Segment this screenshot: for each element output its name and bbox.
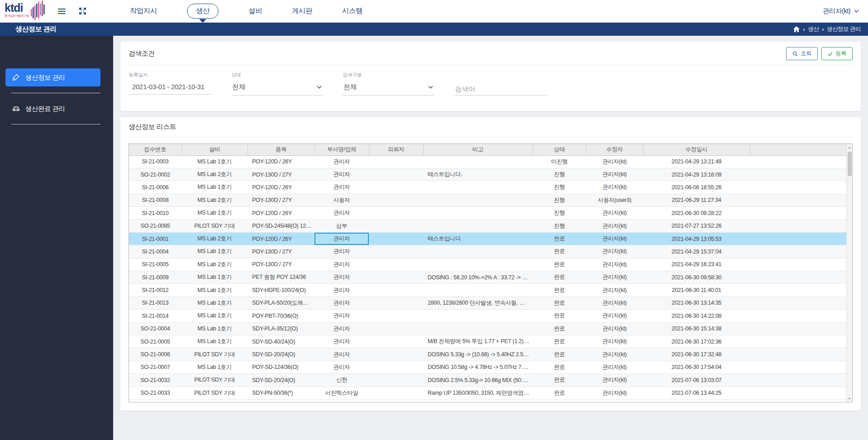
date-range-input[interactable]: 2021-03-01 - 2021-10-31 bbox=[129, 83, 205, 91]
table-cell[interactable]: SDY-SD-20/24(O) bbox=[248, 348, 315, 361]
table-cell[interactable]: SI-21-0001 bbox=[129, 232, 181, 245]
app-logo[interactable]: ktdi 한국섬유개발연구원 bbox=[0, 0, 46, 22]
table-cell[interactable] bbox=[369, 297, 423, 309]
table-cell[interactable]: 관리자(kt) bbox=[586, 361, 643, 373]
table-cell[interactable]: MS Lab 2호기 bbox=[181, 258, 248, 271]
table-row[interactable]: SO-21-0005MS Lab 1호기SDY-SD-40/24(O)관리자M/… bbox=[129, 335, 846, 348]
table-row[interactable]: SO-21-0002MS Lab 2호기POY-130D / 27Y관리자테스트… bbox=[129, 168, 846, 181]
table-cell[interactable]: 완료 bbox=[533, 335, 586, 348]
table-cell[interactable]: 2021-06-29 11:27:34 bbox=[643, 194, 750, 206]
table-cell[interactable]: MS Lab 1호기 bbox=[181, 297, 248, 309]
table-cell[interactable]: 미진행 bbox=[533, 155, 586, 168]
table-cell[interactable] bbox=[369, 207, 423, 220]
table-cell[interactable]: 2021-04-29 16:23:41 bbox=[643, 258, 750, 271]
table-cell[interactable]: SDY-SD-40/24(O) bbox=[248, 335, 315, 348]
table-cell[interactable]: 완료 bbox=[533, 348, 586, 361]
table-cell[interactable]: 2021-07-06 13:03:07 bbox=[643, 374, 750, 387]
table-cell[interactable]: POY-120D / 26Y bbox=[248, 207, 315, 220]
table-cell[interactable]: 완료 bbox=[533, 245, 586, 258]
table-cell[interactable]: SO-21-0032 bbox=[129, 374, 181, 387]
column-header[interactable]: 부서명/업체 bbox=[315, 144, 369, 155]
table-cell[interactable]: MS Lab 2호기 bbox=[181, 232, 248, 245]
table-row[interactable]: SO-21-0085PILOT SDY 기대POY-SD-245/48(O) 1… bbox=[129, 220, 846, 232]
table-cell[interactable]: SI-21-0012 bbox=[129, 284, 181, 297]
table-cell[interactable]: PILOT SDY 기대 bbox=[181, 220, 248, 232]
table-cell[interactable]: 관리자 bbox=[315, 168, 369, 181]
table-cell[interactable]: 사용자(user3) bbox=[586, 194, 643, 206]
table-cell[interactable]: MS Lab 1호기 bbox=[181, 271, 248, 284]
table-cell[interactable]: 진행 bbox=[533, 220, 586, 232]
table-cell[interactable] bbox=[369, 194, 423, 206]
table-cell[interactable]: 진행 bbox=[533, 194, 586, 206]
table-cell[interactable] bbox=[423, 284, 533, 297]
table-cell[interactable]: 관리자 bbox=[315, 322, 369, 335]
table-cell[interactable]: SI-21-0006 bbox=[129, 181, 181, 194]
table-cell[interactable]: POY-130D / 27Y bbox=[248, 168, 315, 181]
table-cell[interactable]: SI-21-0013 bbox=[129, 297, 181, 309]
table-cell[interactable]: 관리자(kt) bbox=[586, 155, 643, 168]
table-cell[interactable]: 2021-06-30 17:02:36 bbox=[643, 335, 750, 348]
nav-item-equipment[interactable]: 설비 bbox=[234, 0, 277, 22]
table-cell[interactable]: 2021-04-29 15:37:04 bbox=[643, 245, 750, 258]
table-cell[interactable]: 관리자(kt) bbox=[586, 374, 643, 387]
table-row[interactable]: SI-21-0009MS Lab 1호기PET 원형 POY 124/36관리자… bbox=[129, 271, 846, 284]
table-cell[interactable]: 2021-06-30 13:14:35 bbox=[643, 297, 750, 309]
table-row[interactable]: SO-21-0032PILOT SDY 기대SDY-SD-20/24(O)신한D… bbox=[129, 374, 846, 387]
table-row[interactable]: SI-21-0008MS Lab 2호기POY-130D / 27Y사용자진행사… bbox=[129, 194, 846, 206]
table-cell[interactable]: POY-SD-245/48(O) 122.5 ... bbox=[248, 220, 315, 232]
table-cell[interactable]: PILOT SDY 기대 bbox=[181, 387, 248, 399]
table-cell[interactable] bbox=[369, 181, 423, 194]
table-cell[interactable]: 관리자(kt) bbox=[586, 258, 643, 271]
table-cell[interactable]: SDY-SD-20/24(O) bbox=[248, 374, 315, 387]
register-button[interactable]: 등록 bbox=[821, 47, 853, 60]
table-row[interactable]: SI-21-0003MS Lab 1호기POY-120D / 26Y관리자미진행… bbox=[129, 155, 846, 168]
table-cell[interactable]: 완료 bbox=[533, 322, 586, 335]
column-header[interactable]: 설비 bbox=[181, 144, 248, 155]
table-cell[interactable] bbox=[423, 322, 533, 335]
table-cell[interactable]: 2800, 1238/2600 단사발생, 연속사절, 곡사 bbox=[423, 297, 533, 309]
scrollbar-thumb[interactable] bbox=[848, 152, 852, 176]
table-cell[interactable]: POY-SD-124/36(O) bbox=[248, 361, 315, 373]
table-cell[interactable]: 관리자 bbox=[315, 335, 369, 348]
table-cell[interactable]: POY-PBT-70/36(O) bbox=[248, 310, 315, 322]
table-row[interactable]: SO-21-0033PILOT SDY 기대SDY-PN-50/36(*)서진텍… bbox=[129, 387, 846, 399]
table-cell[interactable]: 2021-06-30 17:54:04 bbox=[643, 361, 750, 373]
table-cell[interactable] bbox=[369, 271, 423, 284]
table-cell[interactable]: 관리자(kt) bbox=[586, 181, 643, 194]
table-cell[interactable]: MS Lab 1호기 bbox=[181, 155, 248, 168]
table-cell[interactable]: 관리자(kt) bbox=[586, 322, 643, 335]
table-cell[interactable]: 완료 bbox=[533, 284, 586, 297]
table-cell[interactable]: 관리자(kt) bbox=[586, 207, 643, 220]
table-cell[interactable]: SO-21-0085 bbox=[129, 220, 181, 232]
table-cell[interactable] bbox=[423, 245, 533, 258]
table-cell[interactable]: DOSING 5.33g -> (10.66) -> 5.40HZ 2.5% /… bbox=[423, 348, 533, 361]
table-cell[interactable]: 관리자(kt) bbox=[586, 271, 643, 284]
nav-item-work-order[interactable]: 작업지시 bbox=[115, 0, 172, 22]
table-cell[interactable]: 관리자(kt) bbox=[586, 335, 643, 348]
table-cell[interactable]: SDY-HDPE-100/24(O) bbox=[248, 284, 315, 297]
table-cell[interactable] bbox=[423, 310, 533, 322]
table-cell[interactable] bbox=[369, 220, 423, 232]
table-cell[interactable]: 관리자 bbox=[315, 181, 369, 194]
table-row[interactable]: SO-21-0007MS Lab 1호기POY-SD-124/36(O)관리자D… bbox=[129, 361, 846, 373]
hamburger-menu-icon[interactable] bbox=[56, 5, 67, 17]
table-cell[interactable] bbox=[369, 232, 423, 245]
table-cell[interactable] bbox=[423, 220, 533, 232]
column-header[interactable]: 품목 bbox=[248, 144, 315, 155]
table-cell[interactable]: 관리자 bbox=[315, 310, 369, 322]
column-header[interactable]: 의뢰자 bbox=[369, 144, 423, 155]
table-cell[interactable]: SI-21-0014 bbox=[129, 310, 181, 322]
keyword-input[interactable] bbox=[455, 85, 547, 93]
table-cell[interactable]: POY-120D / 26Y bbox=[248, 232, 315, 245]
status-select[interactable]: 전체 bbox=[231, 81, 323, 96]
table-cell[interactable]: MS Lab 1호기 bbox=[181, 335, 248, 348]
table-cell[interactable] bbox=[369, 374, 423, 387]
table-cell[interactable]: MS Lab 1호기 bbox=[181, 361, 248, 373]
table-cell[interactable]: 관리자(kt) bbox=[586, 232, 643, 245]
table-cell[interactable] bbox=[369, 155, 423, 168]
table-cell[interactable]: POY-120D / 26Y bbox=[248, 155, 315, 168]
table-cell[interactable]: 2021-06-30 09:28:22 bbox=[643, 207, 750, 220]
table-cell[interactable]: 진행 bbox=[533, 207, 586, 220]
table-cell[interactable]: SI-21-0010 bbox=[129, 207, 181, 220]
scroll-down-arrow[interactable]: ▼ bbox=[847, 395, 852, 402]
